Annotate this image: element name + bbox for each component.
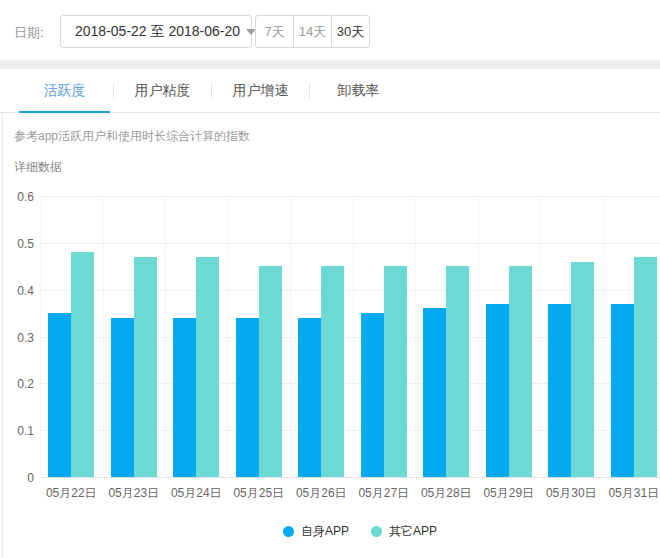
grid-vline (290, 197, 291, 478)
grid-vline (415, 197, 416, 478)
tab-bar: 活跃度 用户粘度 用户增速 卸载率 (0, 69, 660, 113)
date-label: 日期: (14, 24, 44, 42)
y-tick-label: 0.6 (17, 190, 34, 204)
bar-other-app (634, 257, 657, 477)
bar-other-app (71, 252, 94, 477)
section-divider-band (0, 60, 660, 69)
bar-self-app (236, 318, 259, 477)
legend-label: 其它APP (389, 523, 437, 540)
quick-range-group: 7天 14天 30天 (255, 15, 370, 48)
date-range-select[interactable]: 2018-05-22 至 2018-06-20 (60, 15, 252, 48)
tab-activity[interactable]: 活跃度 (19, 82, 110, 100)
metric-description: 参考app活跃用户和使用时长综合计算的指数 (14, 128, 250, 145)
bar-other-app (509, 266, 532, 477)
app-analytics-dashboard: 日期: 2018-05-22 至 2018-06-20 7天 14天 30天 活… (0, 0, 660, 558)
grid-vline (165, 197, 166, 478)
grid-vline (603, 197, 604, 478)
x-tick-label: 05月26日 (290, 485, 353, 502)
legend-dot-icon (283, 526, 294, 537)
x-tick-label: 05月29日 (478, 485, 541, 502)
x-tick-label: 05月27日 (353, 485, 416, 502)
bar-other-app (384, 266, 407, 477)
section-title: 详细数据 (14, 159, 62, 176)
grid-hline (40, 243, 660, 244)
date-filter-bar: 日期: 2018-05-22 至 2018-06-20 7天 14天 30天 (0, 0, 660, 60)
bar-self-app (548, 304, 571, 477)
y-axis-labels: 00.10.20.30.40.50.6 (0, 197, 34, 478)
bar-self-app (423, 308, 446, 477)
y-tick-label: 0.1 (17, 424, 34, 438)
x-tick-label: 05月23日 (103, 485, 166, 502)
range-30d-button[interactable]: 30天 (331, 15, 370, 48)
tab-separator (113, 84, 114, 98)
grid-vline (228, 197, 229, 478)
date-range-value: 2018-05-22 至 2018-06-20 (75, 23, 240, 41)
chart-legend: 自身APP其它APP (0, 523, 660, 540)
tab-uninstall-rate[interactable]: 卸载率 (313, 82, 404, 100)
x-tick-label: 05月28日 (415, 485, 478, 502)
tab-user-stickiness[interactable]: 用户粘度 (117, 82, 208, 100)
bar-self-app (298, 318, 321, 477)
bar-self-app (111, 318, 134, 477)
bar-self-app (173, 318, 196, 477)
x-tick-label: 05月24日 (165, 485, 228, 502)
bar-self-app (486, 304, 509, 477)
x-axis-line (40, 477, 660, 478)
range-7d-button[interactable]: 7天 (255, 15, 294, 48)
y-tick-label: 0.5 (17, 237, 34, 251)
bar-other-app (321, 266, 344, 477)
y-tick-label: 0.3 (17, 331, 34, 345)
range-14d-button[interactable]: 14天 (293, 15, 332, 48)
bar-other-app (571, 262, 594, 477)
grid-vline (540, 197, 541, 478)
tab-user-growth[interactable]: 用户增速 (215, 82, 306, 100)
grid-hline (40, 290, 660, 291)
bar-other-app (134, 257, 157, 477)
bar-other-app (446, 266, 469, 477)
x-tick-label: 05月31日 (603, 485, 660, 502)
y-tick-label: 0 (27, 471, 34, 485)
grid-hline (40, 196, 660, 197)
x-tick-label: 05月30日 (540, 485, 603, 502)
tab-separator (211, 84, 212, 98)
tab-separator (309, 84, 310, 98)
y-tick-label: 0.4 (17, 284, 34, 298)
x-tick-label: 05月22日 (40, 485, 103, 502)
bar-other-app (196, 257, 219, 477)
grid-vline (103, 197, 104, 478)
x-tick-label: 05月25日 (228, 485, 291, 502)
x-axis-labels: 05月22日05月23日05月24日05月25日05月26日05月27日05月2… (40, 485, 660, 502)
legend-label: 自身APP (301, 523, 349, 540)
legend-item-other-app[interactable]: 其它APP (371, 523, 437, 540)
grid-vline (353, 197, 354, 478)
legend-item-self-app[interactable]: 自身APP (283, 523, 349, 540)
active-tab-underline (19, 111, 110, 113)
bar-self-app (611, 304, 634, 477)
legend-dot-icon (371, 526, 382, 537)
bar-other-app (259, 266, 282, 477)
y-tick-label: 0.2 (17, 377, 34, 391)
plot-area (40, 197, 660, 478)
grid-vline (478, 197, 479, 478)
bar-self-app (361, 313, 384, 477)
grid-vline (40, 197, 41, 478)
bar-self-app (48, 313, 71, 477)
